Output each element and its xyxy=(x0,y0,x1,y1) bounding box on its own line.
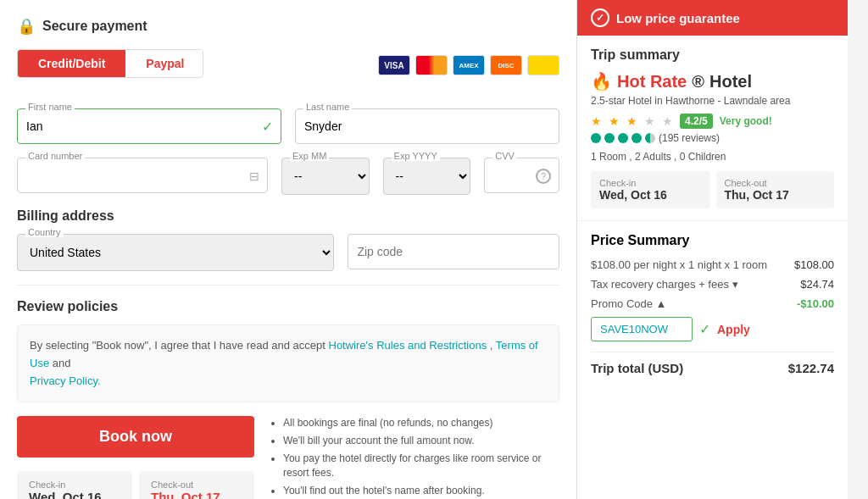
flame-icon: 🔥 xyxy=(591,71,612,91)
checkout-label-left: Check-out xyxy=(151,480,242,490)
discover-icon: DISC xyxy=(490,55,522,75)
price-row-2: Tax recovery charges + fees ▾ $24.74 xyxy=(591,278,834,291)
policy-text-box: By selecting "Book now", I agree that I … xyxy=(17,324,559,402)
price-row-1: $108.00 per night x 1 night x 1 room $10… xyxy=(591,258,834,271)
billing-title: Billing address xyxy=(17,208,559,224)
star-4: ★ xyxy=(644,114,655,128)
last-name-group: Last name xyxy=(295,108,559,144)
checkin-date: Wed, Oct 16 xyxy=(599,188,701,202)
zip-group xyxy=(348,234,559,271)
total-row: Trip total (USD) $122.74 xyxy=(591,352,834,375)
checkout-label: Check-out xyxy=(725,178,826,188)
price-title: Price Summary xyxy=(591,233,834,248)
checkin-box-left: Check-in Wed, Oct 16 xyxy=(17,471,132,499)
promo-label[interactable]: Promo Code ▲ xyxy=(591,297,666,310)
checkin-label: Check-in xyxy=(599,178,701,188)
low-price-text: Low price guarantee xyxy=(616,11,740,25)
checkmark-icon: ✓ xyxy=(262,119,273,135)
right-panel: ✓ Low price guarantee Trip summary 🔥 Hot… xyxy=(576,0,848,499)
star-3: ★ xyxy=(626,114,637,128)
promo-amount: -$10.00 xyxy=(797,297,834,310)
hotel-label: Hotel xyxy=(709,72,752,91)
checkin-label-left: Check-in xyxy=(29,480,120,490)
checkout-box: Check-out Thu, Oct 17 xyxy=(716,171,835,208)
first-name-label: First name xyxy=(25,102,75,112)
ta-circle-4 xyxy=(632,133,642,143)
room-info: 1 Room , 2 Adults , 0 Children xyxy=(591,151,834,163)
visa-icon: VISA xyxy=(378,55,410,75)
card-number-input[interactable] xyxy=(17,158,268,193)
first-name-input[interactable] xyxy=(17,108,281,144)
hot-rate-title: 🔥 Hot Rate® Hotel xyxy=(591,71,834,91)
checkout-date-left: Thu, Oct 17 xyxy=(151,490,242,499)
tab-credit-debit[interactable]: Credit/Debit xyxy=(18,50,125,77)
exp-yyyy-group: Exp YYYY -- 202420252026 202720282029 xyxy=(383,158,471,195)
rating-label: Very good! xyxy=(720,115,772,127)
lock-icon: 🔒 xyxy=(17,17,36,36)
star-2: ★ xyxy=(609,114,620,128)
card-placeholder-icon: ⊟ xyxy=(249,169,259,183)
circle-check-icon: ✓ xyxy=(591,8,609,27)
policies-title: Review policies xyxy=(17,299,559,314)
payment-tabs: Credit/Debit Paypal xyxy=(17,49,203,78)
book-now-button[interactable]: Book now xyxy=(17,416,254,457)
price-row-2-amount: $24.74 xyxy=(800,278,834,291)
reviews-count: (195 reviews) xyxy=(659,132,720,144)
checkout-box-left: Check-out Thu, Oct 17 xyxy=(139,471,254,499)
hotwire-rules-link[interactable]: Hotwire's Rules and Restrictions xyxy=(329,339,487,352)
total-label: Trip total (USD) xyxy=(591,361,683,375)
ta-circle-1 xyxy=(591,133,601,143)
promo-code-input[interactable] xyxy=(591,317,693,341)
bullets-list: All bookings are final (no refunds, no c… xyxy=(268,416,559,499)
first-name-group: First name ✓ xyxy=(17,108,281,144)
country-label: Country xyxy=(25,227,64,237)
privacy-link[interactable]: Privacy Policy. xyxy=(30,374,101,387)
divider-1 xyxy=(17,285,559,286)
book-now-left: Book now Check-in Wed, Oct 16 Check-out … xyxy=(17,416,254,499)
price-summary-section: Price Summary $108.00 per night x 1 nigh… xyxy=(577,221,848,387)
card-number-group: Card number ⊟ xyxy=(17,158,268,195)
card-number-label: Card number xyxy=(25,151,85,161)
book-now-section: Book now Check-in Wed, Oct 16 Check-out … xyxy=(17,416,559,499)
cvv-label: CVV xyxy=(492,151,517,161)
exp-mm-select[interactable]: -- 010203 040506 070809 101112 xyxy=(281,158,370,195)
ta-circle-3 xyxy=(618,133,628,143)
price-row-1-label: $108.00 per night x 1 night x 1 room xyxy=(591,258,767,271)
exp-mm-group: Exp MM -- 010203 040506 070809 101112 xyxy=(281,158,370,195)
star-5: ★ xyxy=(662,114,673,128)
cvv-group: CVV ? xyxy=(484,158,559,195)
zip-input[interactable] xyxy=(348,234,559,269)
name-row: First name ✓ Last name xyxy=(17,108,559,144)
bullet-4: You'll find out the hotel's name after b… xyxy=(283,484,559,498)
hot-rate-label: Hot Rate xyxy=(617,72,687,91)
checkout-date: Thu, Oct 17 xyxy=(725,188,826,202)
hotel-subtitle: 2.5-star Hotel in Hawthorne - Lawndale a… xyxy=(591,95,834,107)
checkin-box: Check-in Wed, Oct 16 xyxy=(591,171,709,208)
ta-circle-5 xyxy=(645,133,655,143)
amex-icon: AMEX xyxy=(453,55,485,75)
apply-button[interactable]: Apply xyxy=(717,323,750,336)
stars-row: ★ ★ ★ ★ ★ 4.2/5 Very good! xyxy=(591,114,834,129)
policy-and: and xyxy=(49,357,70,369)
price-row-2-label: Tax recovery charges + fees ▾ xyxy=(591,278,738,291)
country-group: Country United States Canada United King… xyxy=(17,234,334,271)
tripadvisor-row: (195 reviews) xyxy=(591,132,834,144)
promo-input-row: ✓ Apply xyxy=(591,317,834,341)
other-card-icon xyxy=(527,55,559,75)
ta-circle-2 xyxy=(604,133,615,143)
cvv-help-icon[interactable]: ? xyxy=(536,169,551,184)
country-select[interactable]: United States Canada United Kingdom xyxy=(17,234,334,271)
low-price-banner: ✓ Low price guarantee xyxy=(577,0,848,36)
last-name-input[interactable] xyxy=(295,108,559,144)
bullet-2: We'll bill your account the full amount … xyxy=(283,434,559,448)
star-1: ★ xyxy=(591,114,602,128)
exp-yyyy-label: Exp YYYY xyxy=(392,151,440,161)
last-name-label: Last name xyxy=(303,102,352,112)
exp-yyyy-select[interactable]: -- 202420252026 202720282029 xyxy=(383,158,471,195)
left-panel: 🔒 Secure payment Credit/Debit Paypal VIS… xyxy=(0,0,576,499)
promo-check-icon: ✓ xyxy=(699,321,710,337)
billing-section: Billing address Country United States Ca… xyxy=(17,208,559,271)
rating-badge: 4.2/5 xyxy=(680,114,713,129)
bottom-dates: Check-in Wed, Oct 16 Check-out Thu, Oct … xyxy=(17,471,254,499)
tab-paypal[interactable]: Paypal xyxy=(125,50,203,77)
